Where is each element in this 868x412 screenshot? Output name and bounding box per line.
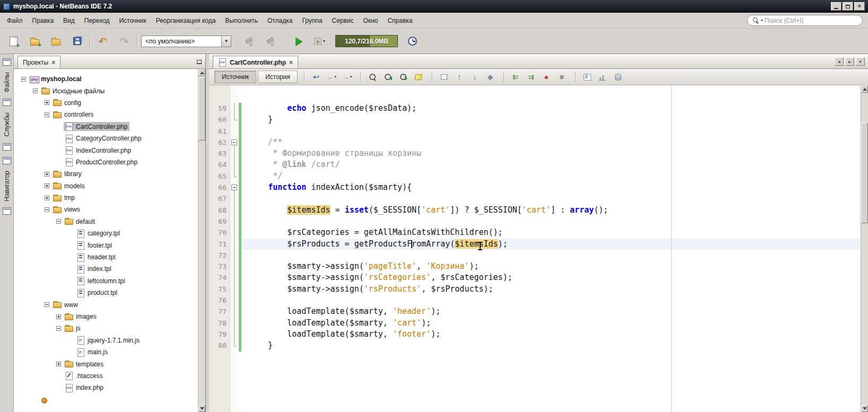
code-line[interactable]: 71 $rsProducts = getProductsFromArray($i… — [209, 239, 860, 250]
code-text[interactable]: loadTemplate($smarty, 'header'); — [241, 306, 860, 317]
scroll-down-icon[interactable] — [198, 405, 205, 412]
fold-collapse-icon[interactable] — [231, 139, 237, 145]
dropdown-arrow-icon[interactable]: ▼ — [221, 36, 231, 47]
find-icon[interactable] — [366, 71, 379, 83]
scroll-tabs-right-icon[interactable]: ► — [845, 57, 854, 66]
code-line[interactable]: 61 — [209, 126, 860, 137]
menu-item[interactable]: Отладка — [263, 15, 297, 27]
menu-item[interactable]: Переход — [80, 15, 115, 27]
editor-scrollbar[interactable] — [861, 85, 868, 412]
tree-toggle[interactable] — [33, 89, 38, 93]
menu-item[interactable]: Источник — [114, 15, 151, 27]
palette-panel-icon[interactable] — [3, 143, 11, 151]
tree-item[interactable]: default — [14, 216, 198, 227]
projects-tab[interactable]: Проекты × — [18, 56, 60, 68]
fold-collapse-icon[interactable] — [231, 185, 237, 190]
scrollbar-thumb[interactable] — [198, 77, 205, 141]
code-line[interactable]: 60 } — [209, 114, 860, 125]
tree-item[interactable]: ProductController.php — [14, 156, 198, 168]
scroll-tabs-left-icon[interactable]: ◄ — [835, 57, 844, 66]
dropdown-arrow-icon[interactable]: ▾ — [350, 75, 352, 79]
record-macro-icon[interactable]: ● — [540, 71, 553, 83]
code-text[interactable]: $smarty->assign('rsCategories', $rsCateg… — [241, 272, 860, 283]
tab-list-icon[interactable]: ▼ — [856, 57, 865, 66]
tree-toggle[interactable] — [56, 362, 61, 366]
new-project-button[interactable] — [25, 33, 44, 49]
menu-item[interactable]: Выполнить — [220, 15, 263, 27]
debug-project-button[interactable]: ▼ — [311, 33, 329, 49]
dropdown-arrow-icon[interactable]: ▼ — [323, 39, 326, 43]
code-area[interactable]: 59 echo json_encode($resData);60 }6162 /… — [209, 85, 868, 412]
search-dropdown-icon[interactable]: ▾ — [761, 18, 763, 23]
tree-item[interactable]: .htaccess — [14, 370, 198, 382]
tree-toggle[interactable] — [56, 219, 61, 224]
code-text[interactable]: echo json_encode($resData); — [241, 103, 860, 114]
code-line[interactable]: 77 loadTemplate($smarty, 'header'); — [209, 306, 860, 317]
fold-control[interactable] — [230, 182, 239, 193]
code-lines[interactable]: 59 echo json_encode($resData);60 }6162 /… — [209, 103, 860, 352]
tree-item[interactable]: controllers — [14, 109, 198, 120]
maximize-button[interactable] — [843, 2, 853, 11]
code-line[interactable]: 74 $smarty->assign('rsCategories', $rsCa… — [209, 272, 860, 283]
code-line[interactable]: 64 * @link /cart/ — [209, 159, 860, 170]
editor-tab[interactable]: CartController.php × — [213, 56, 298, 68]
tree-toggle[interactable] — [21, 77, 26, 82]
tree-toggle[interactable] — [45, 196, 49, 200]
memory-indicator[interactable]: 120,7/216,0MB — [335, 35, 398, 47]
undo-button[interactable]: ↶ — [94, 33, 112, 49]
code-text[interactable]: loadTemplate($smarty, 'footer'); — [241, 329, 860, 340]
shift-right-icon[interactable]: ⇉ — [524, 71, 538, 83]
tree-item[interactable]: index.php — [14, 382, 198, 393]
code-text[interactable]: * @link /cart/ — [241, 159, 860, 170]
code-text[interactable]: $smarty->assign('pageTitle', 'Корзина'); — [241, 261, 860, 272]
tree-item[interactable]: CartController.php — [14, 121, 198, 133]
comment-icon[interactable] — [580, 71, 594, 83]
code-line[interactable]: 68 $itemsIds = isset($_SESSION['cart']) … — [209, 205, 860, 216]
tree-toggle[interactable] — [45, 302, 49, 307]
tree-toggle[interactable] — [45, 100, 49, 105]
minimize-panel-button[interactable] — [195, 58, 203, 66]
tree-toggle[interactable] — [56, 326, 61, 331]
config-combobox[interactable]: <по умолчанию>▼ — [141, 36, 231, 47]
code-text[interactable]: } — [241, 114, 860, 125]
source-view-button[interactable]: Источник — [214, 71, 256, 83]
rectangular-selection-icon[interactable] — [437, 71, 451, 83]
projects-scrollbar[interactable] — [198, 69, 205, 412]
code-text[interactable]: $smarty->assign('rsProducts', $rsProduct… — [241, 284, 860, 295]
close-panel-icon[interactable]: × — [51, 59, 55, 66]
code-line[interactable]: 72 — [209, 250, 860, 261]
uncomment-icon[interactable] — [596, 71, 610, 83]
tree-item[interactable]: config — [14, 97, 198, 109]
code-line[interactable]: 73 $smarty->assign('pageTitle', 'Корзина… — [209, 261, 860, 272]
stop-macro-icon[interactable]: ■ — [555, 71, 569, 83]
scrollbar-thumb[interactable] — [861, 122, 868, 223]
fold-control[interactable] — [230, 137, 239, 148]
code-line[interactable]: 69 — [209, 216, 860, 227]
tree-item[interactable]: CategoryController.php — [14, 133, 198, 144]
code-line[interactable]: 63 * Формирование страницы корзины — [209, 148, 860, 159]
code-format-icon[interactable] — [611, 71, 625, 83]
code-line[interactable]: 78 loadTemplate($smarty, 'cart'); — [209, 318, 860, 329]
tree-item[interactable]: models — [14, 180, 198, 192]
redo-button[interactable]: ↷ — [115, 33, 133, 49]
files-panel-icon[interactable] — [3, 58, 11, 66]
code-text[interactable]: $rsProducts = getProductsFromArray($item… — [241, 239, 860, 250]
next-bookmark-icon[interactable]: ↓ — [468, 71, 482, 83]
previous-bookmark-icon[interactable]: ↑ — [453, 71, 466, 83]
code-text[interactable] — [241, 216, 860, 227]
tree-item[interactable]: tmp — [14, 192, 198, 204]
search-box[interactable]: ▾ Поиск (Ctrl+I) — [747, 15, 863, 26]
extra-panel-icon[interactable] — [3, 207, 11, 215]
tree-item[interactable]: leftcolumn.tpl — [14, 275, 198, 287]
menu-item[interactable]: Файл — [2, 15, 28, 27]
back-icon[interactable]: ←▾ — [325, 71, 338, 83]
menu-item[interactable]: Группа — [297, 15, 327, 27]
new-file-button[interactable] — [4, 33, 22, 49]
tree-item[interactable]: IndexController.php — [14, 144, 198, 156]
tree-item[interactable]: images — [14, 311, 198, 322]
code-line[interactable]: 65 */ — [209, 171, 860, 182]
services-panel-button[interactable]: Службы — [3, 112, 11, 136]
menu-item[interactable]: Реорганизация кода — [151, 15, 221, 27]
tree-item[interactable]: templates — [14, 358, 198, 370]
scroll-down-icon[interactable] — [861, 405, 868, 412]
